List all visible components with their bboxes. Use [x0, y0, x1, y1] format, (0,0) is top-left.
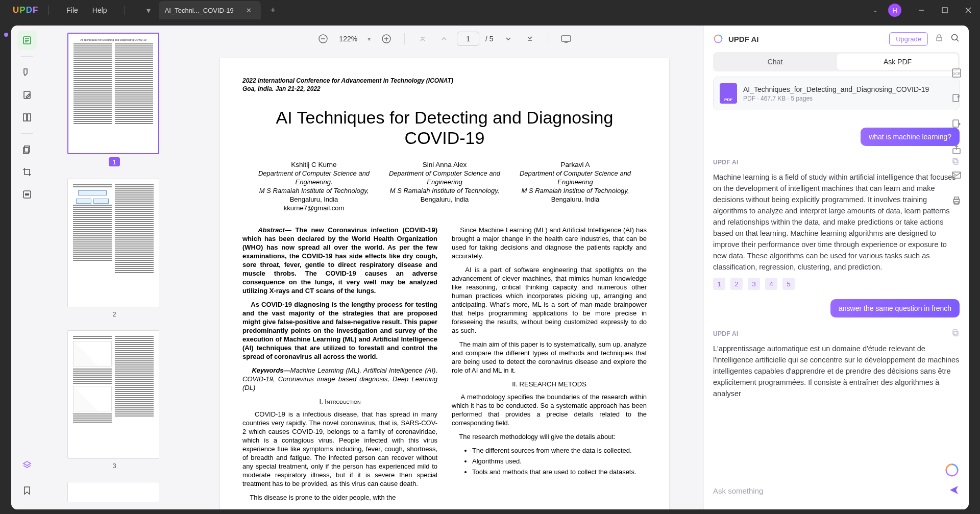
ocr-icon[interactable]: OCR — [951, 67, 964, 81]
search-icon[interactable] — [950, 33, 960, 44]
tab-chat[interactable]: Chat — [715, 54, 836, 70]
ref-chip[interactable]: 5 — [782, 278, 795, 290]
comment-tool-icon[interactable] — [17, 63, 37, 82]
edit-tool-icon[interactable] — [17, 85, 37, 105]
reference-chips: 1 2 3 4 5 — [713, 278, 960, 290]
first-page-icon[interactable] — [414, 30, 431, 47]
chat-input[interactable] — [713, 482, 948, 499]
copy-icon[interactable] — [951, 157, 960, 167]
divider — [21, 56, 33, 57]
ref-chip[interactable]: 2 — [730, 278, 743, 290]
paper-title: AI Techniques for Detecting and Diagnosi… — [263, 107, 626, 148]
page-scroll[interactable]: 2022 International Conference for Advanc… — [186, 52, 703, 509]
ref-chip[interactable]: 1 — [713, 278, 725, 290]
svg-rect-29 — [954, 331, 958, 336]
page-input[interactable]: 1 — [457, 32, 479, 46]
export-icon[interactable] — [951, 93, 964, 106]
close-tab-icon[interactable]: ✕ — [243, 5, 255, 16]
last-page-icon[interactable] — [521, 30, 538, 47]
prev-page-icon[interactable] — [435, 30, 453, 47]
ai-message: L'apprentissage automatique est un domai… — [713, 343, 960, 399]
user-message: what is machine learning? — [861, 128, 960, 146]
svg-rect-33 — [953, 94, 959, 102]
ref-chip[interactable]: 4 — [765, 278, 777, 290]
menu-help[interactable]: Help — [85, 0, 114, 20]
viewer-toolbar: 122% ▼ 1 / 5 — [186, 26, 703, 52]
page-thumbnail-3[interactable] — [67, 330, 159, 459]
svg-rect-9 — [23, 114, 27, 121]
upgrade-button[interactable]: Upgrade — [889, 32, 928, 46]
send-icon[interactable] — [948, 484, 960, 498]
ref-chip[interactable]: 3 — [748, 278, 760, 290]
layers-icon[interactable] — [17, 455, 37, 475]
ai-tabs: Chat Ask PDF — [713, 52, 960, 71]
tab-dropdown-icon[interactable]: ▾ — [139, 1, 158, 19]
svg-rect-14 — [25, 193, 29, 195]
svg-rect-10 — [28, 114, 31, 121]
crop-tool-icon[interactable] — [17, 162, 37, 182]
svg-rect-30 — [953, 330, 957, 334]
svg-line-26 — [957, 39, 959, 41]
print-icon[interactable] — [951, 195, 964, 208]
workspace: AI Techniques for Detecting and Diagnosi… — [11, 26, 969, 509]
convert-icon[interactable] — [951, 118, 964, 132]
redact-tool-icon[interactable] — [17, 185, 37, 204]
menu-file[interactable]: File — [59, 0, 85, 20]
reader-tool-icon[interactable] — [17, 31, 37, 50]
separator — [404, 33, 405, 44]
tab-ask-pdf[interactable]: Ask PDF — [837, 54, 958, 70]
separator — [548, 33, 548, 44]
email-icon[interactable] — [951, 169, 964, 183]
app-logo: UPDF — [13, 5, 38, 15]
svg-rect-34 — [953, 120, 959, 127]
left-toolbar — [11, 26, 43, 509]
close-window-icon[interactable] — [957, 0, 980, 20]
zoom-dropdown-icon[interactable]: ▼ — [364, 36, 374, 42]
tab-title: AI_Techni..._COVID-19 — [165, 7, 234, 14]
svg-rect-36 — [952, 172, 961, 178]
zoom-in-icon[interactable] — [378, 30, 395, 47]
lock-icon[interactable] — [935, 34, 943, 44]
pdf-page: 2022 International Conference for Advanc… — [220, 58, 669, 509]
pages-tool-icon[interactable] — [17, 108, 37, 127]
svg-rect-1 — [942, 8, 947, 13]
file-info-card: AI_Techniques_for_Detecting_and_Diagnosi… — [713, 77, 960, 110]
document-tab[interactable]: AI_Techni..._COVID-19 ✕ — [159, 1, 261, 19]
thumb-page-number: 3 — [67, 462, 161, 470]
new-tab-button[interactable]: + — [264, 1, 282, 19]
document-viewer: 122% ▼ 1 / 5 2022 International Conferen… — [186, 26, 703, 509]
organize-tool-icon[interactable] — [17, 140, 37, 159]
page-thumbnail-2[interactable] — [67, 179, 159, 307]
next-page-icon[interactable] — [500, 30, 517, 47]
svg-rect-24 — [937, 37, 942, 41]
chat-input-bar — [704, 475, 969, 509]
file-meta: PDF · 467.7 KB · 5 pages — [743, 95, 929, 102]
divider — [21, 133, 33, 134]
share-icon[interactable] — [951, 144, 964, 157]
ai-message: Machine learning is a field of study wit… — [713, 172, 960, 273]
svg-rect-27 — [954, 160, 958, 164]
ai-label: UPDF AI — [713, 330, 739, 337]
window-menu-icon[interactable]: ⌄ — [873, 7, 878, 14]
user-message: answer the same question in french — [830, 299, 960, 317]
page-total: / 5 — [483, 35, 496, 43]
presentation-icon[interactable] — [557, 30, 575, 47]
ai-panel: UPDF AI Upgrade Chat Ask PDF AI_Techniqu… — [703, 26, 969, 509]
ai-floating-icon[interactable] — [944, 462, 960, 478]
minimize-icon[interactable] — [910, 0, 933, 20]
chat-scroll[interactable]: what is machine learning? UPDF AI Machin… — [704, 118, 969, 475]
copy-icon[interactable] — [951, 329, 960, 339]
svg-text:OCR: OCR — [952, 72, 961, 76]
page-thumbnail-4[interactable] — [67, 482, 159, 502]
thumb-page-number: 2 — [67, 310, 161, 318]
page-thumbnail-1[interactable]: AI Techniques for Detecting and Diagnosi… — [67, 33, 159, 154]
ai-label: UPDF AI — [713, 159, 739, 166]
thumbnail-panel: AI Techniques for Detecting and Diagnosi… — [43, 26, 186, 509]
maximize-icon[interactable] — [933, 0, 957, 20]
notification-dot — [4, 33, 8, 37]
user-avatar[interactable]: H — [888, 4, 901, 17]
zoom-out-icon[interactable] — [314, 30, 332, 47]
titlebar: UPDF File Help ▾ AI_Techni..._COVID-19 ✕… — [0, 0, 980, 20]
bookmark-icon[interactable] — [17, 481, 37, 500]
separator — [48, 6, 49, 15]
